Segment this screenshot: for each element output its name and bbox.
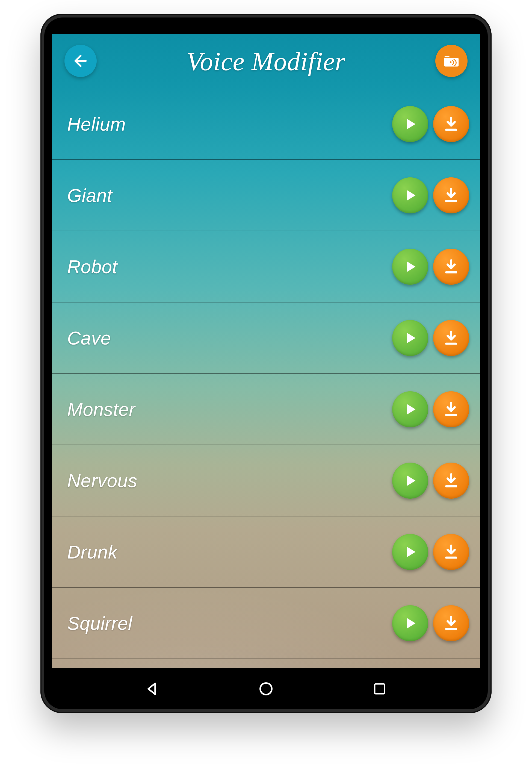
play-icon: [402, 402, 418, 417]
download-button[interactable]: [433, 249, 469, 285]
arrow-left-icon: [72, 52, 89, 70]
download-icon: [443, 401, 460, 418]
list-item: Monster: [52, 374, 480, 445]
effect-label: Squirrel: [67, 613, 392, 634]
effect-label: Monster: [67, 399, 392, 420]
download-icon: [443, 258, 460, 275]
row-actions: [392, 463, 469, 499]
back-button[interactable]: [64, 45, 97, 77]
download-icon: [443, 472, 460, 489]
row-actions: [392, 605, 469, 641]
effects-list: Helium: [52, 88, 480, 659]
nav-home-button[interactable]: [254, 677, 278, 701]
play-button[interactable]: [392, 106, 428, 142]
play-button[interactable]: [392, 605, 428, 641]
page-title: Voice Modifier: [187, 46, 345, 76]
row-actions: [392, 320, 469, 356]
folder-sound-icon: [442, 51, 461, 70]
download-icon: [443, 187, 460, 204]
download-button[interactable]: [433, 320, 469, 356]
nav-back-button[interactable]: [140, 677, 165, 701]
row-actions: [392, 249, 469, 285]
svg-rect-2: [375, 684, 385, 694]
play-button[interactable]: [392, 249, 428, 285]
play-icon: [402, 615, 418, 631]
play-icon: [402, 187, 418, 203]
effect-label: Robot: [67, 256, 392, 277]
row-actions: [392, 391, 469, 428]
play-button[interactable]: [392, 391, 428, 428]
play-icon: [402, 116, 418, 132]
app-screen: Voice Modifier Helium: [52, 34, 480, 668]
svg-point-1: [260, 683, 272, 695]
download-button[interactable]: [433, 106, 469, 142]
app-header: Voice Modifier: [52, 34, 480, 88]
circle-icon: [258, 681, 274, 697]
download-button[interactable]: [433, 534, 469, 570]
download-icon: [443, 544, 460, 561]
android-navbar: [52, 668, 480, 709]
saved-recordings-button[interactable]: [435, 45, 468, 77]
play-button[interactable]: [392, 463, 428, 499]
tablet-frame: Voice Modifier Helium: [40, 14, 492, 713]
effect-label: Cave: [67, 327, 392, 349]
play-button[interactable]: [392, 177, 428, 213]
list-item: Robot: [52, 231, 480, 302]
download-icon: [443, 615, 460, 632]
effect-label: Drunk: [67, 541, 392, 563]
play-icon: [402, 330, 418, 346]
download-button[interactable]: [433, 177, 469, 213]
list-item: Cave: [52, 302, 480, 374]
list-item: Drunk: [52, 517, 480, 588]
row-actions: [392, 177, 469, 213]
download-icon: [443, 116, 460, 132]
download-button[interactable]: [433, 463, 469, 499]
list-item: Squirrel: [52, 588, 480, 659]
nav-recent-button[interactable]: [367, 677, 392, 701]
effect-label: Giant: [67, 185, 392, 206]
list-item: Helium: [52, 88, 480, 160]
play-icon: [402, 259, 418, 274]
square-icon: [372, 682, 387, 696]
download-button[interactable]: [433, 605, 469, 641]
tablet-inner: Voice Modifier Helium: [44, 17, 488, 709]
download-button[interactable]: [433, 391, 469, 428]
download-icon: [443, 329, 460, 346]
play-icon: [402, 473, 418, 489]
play-button[interactable]: [392, 320, 428, 356]
list-item: Giant: [52, 160, 480, 231]
play-button[interactable]: [392, 534, 428, 570]
effect-label: Helium: [67, 113, 392, 135]
row-actions: [392, 534, 469, 570]
triangle-left-icon: [144, 681, 161, 697]
svg-point-0: [450, 61, 451, 63]
play-icon: [402, 544, 418, 560]
effect-label: Nervous: [67, 470, 392, 491]
row-actions: [392, 106, 469, 142]
list-item: Nervous: [52, 445, 480, 517]
